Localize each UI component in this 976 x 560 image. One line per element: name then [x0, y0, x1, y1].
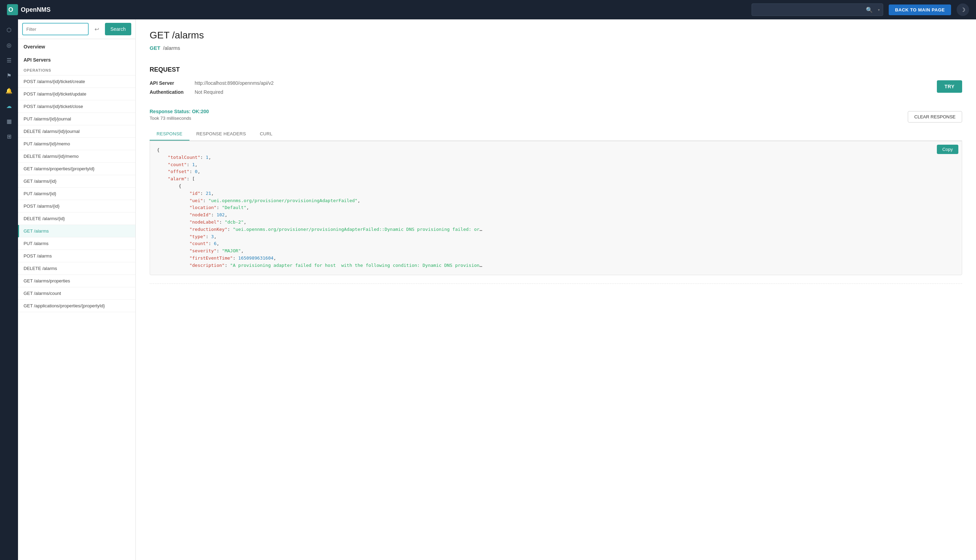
location-icon: ◎	[7, 42, 12, 48]
response-body: Copy { "totalCount": 1, "count": 1, "off…	[150, 141, 962, 275]
endpoint-path: /alarms	[163, 45, 180, 51]
response-time: Took 73 milliseconds	[150, 116, 904, 121]
inventory-icon: ☰	[7, 57, 12, 64]
sidebar-item-get-alarms[interactable]: GET /alarms	[18, 225, 135, 237]
topology-icon: ⬡	[7, 27, 12, 33]
response-tabs: RESPONSE RESPONSE HEADERS CURL	[150, 128, 962, 141]
sidebar-item-13[interactable]: PUT /alarms	[18, 237, 135, 250]
sidebar: ↩ Search Overview API Servers OPERATIONS…	[18, 19, 136, 560]
navbar-search-input[interactable]	[752, 3, 883, 16]
sidebar-item-10[interactable]: POST /alarms/{id}	[18, 200, 135, 213]
sidebar-item-16[interactable]: GET /alarms/properties	[18, 275, 135, 287]
svg-text:O: O	[8, 6, 13, 13]
sidebar-item-0[interactable]: POST /alarms/{id}/ticket/create	[18, 75, 135, 88]
theme-toggle-button[interactable]: ☽	[957, 3, 969, 16]
icon-alarms[interactable]: 🔔	[3, 85, 15, 97]
main-layout: ⬡ ◎ ☰ ⚑ 🔔 ☁ ▦ ⊞ ↩ Search Overvi	[0, 19, 976, 560]
page-title: GET /alarms	[150, 30, 962, 41]
filter-input[interactable]	[22, 23, 89, 35]
request-auth-row: Authentication Not Required	[150, 89, 937, 95]
filter-clear-button[interactable]: ↩	[92, 23, 102, 35]
api-server-value: http://localhost:8980/opennms/api/v2	[195, 80, 274, 86]
response-header-row: Response Status: OK:200 Took 73 millisec…	[150, 109, 962, 125]
api-servers-label[interactable]: API Servers	[18, 52, 135, 65]
navbar: O OpenNMS 🔍 ▾ BACK TO MAIN PAGE ☽	[0, 0, 976, 19]
icon-location[interactable]: ◎	[3, 39, 15, 51]
sidebar-item-4[interactable]: DELETE /alarms/{id}/journal	[18, 125, 135, 138]
api-server-label: API Server	[150, 80, 195, 86]
back-to-main-button[interactable]: BACK TO MAIN PAGE	[889, 5, 951, 15]
auth-label: Authentication	[150, 89, 195, 95]
copy-button[interactable]: Copy	[937, 145, 958, 154]
tab-response[interactable]: RESPONSE	[150, 128, 189, 140]
icon-inventory[interactable]: ☰	[3, 54, 15, 67]
sidebar-item-9[interactable]: PUT /alarms/{id}	[18, 188, 135, 200]
sidebar-item-11[interactable]: DELETE /alarms/{id}	[18, 213, 135, 225]
response-json: { "totalCount": 1, "count": 1, "offset":…	[157, 147, 955, 269]
sidebar-item-1[interactable]: POST /alarms/{id}/ticket/update	[18, 88, 135, 100]
overview-label[interactable]: Overview	[18, 39, 135, 52]
brand-logo: O OpenNMS	[7, 4, 50, 15]
sidebar-item-18[interactable]: GET /applications/properties/{propertyId…	[18, 300, 135, 312]
sidebar-item-14[interactable]: POST /alarms	[18, 250, 135, 262]
search-icon: 🔍	[866, 7, 873, 13]
sidebar-item-5[interactable]: PUT /alarms/{id}/memo	[18, 138, 135, 150]
request-section: TRY API Server http://localhost:8980/ope…	[150, 80, 962, 95]
cloud-icon: ☁	[6, 103, 12, 109]
sidebar-list: Overview API Servers OPERATIONS POST /al…	[18, 39, 135, 560]
admin-icon: ⊞	[7, 133, 12, 140]
operations-label: OPERATIONS	[18, 65, 135, 75]
dashboard-icon: ▦	[7, 118, 12, 125]
alarms-icon: 🔔	[5, 88, 12, 94]
sidebar-item-3[interactable]: PUT /alarms/{id}/journal	[18, 113, 135, 125]
icon-dashboard[interactable]: ▦	[3, 115, 15, 127]
method-label: GET	[150, 45, 160, 51]
icon-events[interactable]: ⚑	[3, 69, 15, 82]
tab-curl[interactable]: CURL	[253, 128, 279, 140]
clear-response-button[interactable]: CLEAR RESPONSE	[908, 111, 962, 123]
endpoint-badge: GET /alarms	[150, 45, 180, 51]
events-icon: ⚑	[7, 72, 12, 79]
navbar-search: 🔍 ▾	[752, 3, 883, 16]
request-api-server-row: API Server http://localhost:8980/opennms…	[150, 80, 937, 86]
sidebar-item-17[interactable]: GET /alarms/count	[18, 287, 135, 300]
sidebar-item-7[interactable]: GET /alarms/properties/{propertyId}	[18, 163, 135, 175]
sidebar-item-15[interactable]: DELETE /alarms	[18, 262, 135, 275]
try-button[interactable]: TRY	[937, 80, 962, 93]
theme-icon: ☽	[961, 7, 965, 13]
icon-bar: ⬡ ◎ ☰ ⚑ 🔔 ☁ ▦ ⊞	[0, 19, 18, 560]
chevron-down-icon: ▾	[878, 8, 880, 12]
brand-name: OpenNMS	[21, 6, 50, 13]
tab-response-headers[interactable]: RESPONSE HEADERS	[189, 128, 253, 140]
sidebar-item-6[interactable]: DELETE /alarms/{id}/memo	[18, 150, 135, 163]
main-content: GET /alarms GET /alarms REQUEST TRY API …	[136, 19, 976, 560]
icon-cloud[interactable]: ☁	[3, 100, 15, 112]
response-status: Response Status: OK:200	[150, 109, 904, 114]
icon-admin[interactable]: ⊞	[3, 130, 15, 143]
sidebar-item-2[interactable]: POST /alarms/{id}/ticket/close	[18, 100, 135, 113]
section-request-title: REQUEST	[150, 66, 962, 73]
auth-value: Not Required	[195, 89, 223, 95]
sidebar-item-8[interactable]: GET /alarms/{id}	[18, 175, 135, 188]
sidebar-filter-row: ↩ Search	[18, 19, 135, 39]
divider	[150, 283, 962, 284]
search-button[interactable]: Search	[105, 23, 131, 35]
icon-topology[interactable]: ⬡	[3, 23, 15, 36]
